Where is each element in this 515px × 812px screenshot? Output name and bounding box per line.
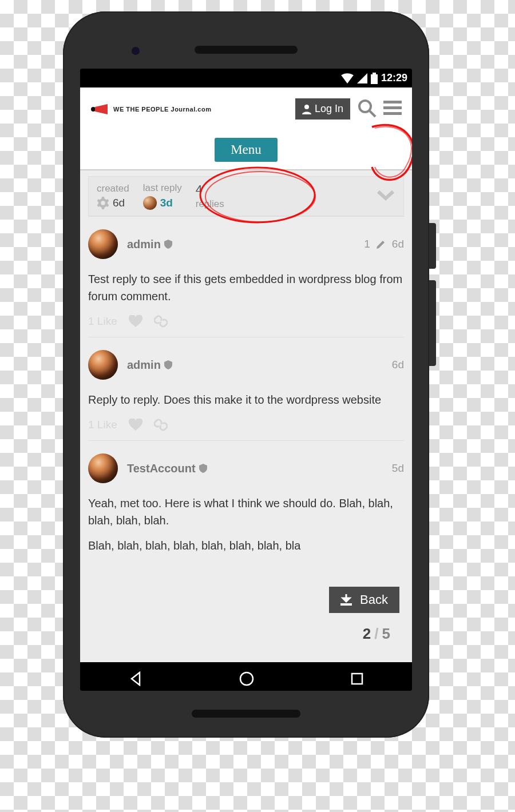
nav-home-icon[interactable]	[239, 671, 255, 689]
summary-created: created 6d	[97, 183, 129, 209]
login-label: Log In	[315, 103, 343, 115]
post-age: 6d	[392, 238, 404, 250]
login-button[interactable]: Log In	[295, 98, 350, 120]
post-username[interactable]: admin	[127, 238, 172, 251]
svg-rect-6	[383, 101, 402, 104]
post-actions: 1 Like	[88, 419, 404, 431]
user-icon	[302, 104, 311, 114]
post-actions: 1 Like	[88, 315, 404, 328]
post-username[interactable]: admin	[127, 359, 172, 372]
avatar[interactable]	[88, 350, 118, 380]
search-icon[interactable]	[357, 98, 377, 120]
nav-back-icon[interactable]	[128, 671, 143, 688]
svg-rect-1	[373, 73, 376, 74]
post-body: Test reply to see if this gets embedded …	[88, 270, 404, 305]
post-edit-count: 1	[364, 238, 370, 250]
hamburger-icon[interactable]	[383, 101, 402, 118]
svg-rect-8	[383, 112, 402, 115]
phone-side-button	[429, 223, 436, 269]
phone-screen: 12:29 WE THE PEOPLE Journal.com Log In	[80, 69, 412, 691]
post-meta: 5d	[392, 462, 404, 475]
post: TestAccount 5d Yeah, met too. Here is wh…	[88, 440, 404, 563]
post: admin 1 6d Test reply to see if this get…	[88, 216, 404, 337]
phone-mockup: 12:29 WE THE PEOPLE Journal.com Log In	[63, 11, 429, 738]
shield-icon	[199, 464, 207, 473]
menu-button[interactable]: Menu	[215, 138, 278, 162]
svg-point-4	[359, 101, 371, 112]
download-icon	[340, 594, 352, 606]
svg-rect-0	[371, 74, 378, 84]
topic-progress[interactable]: 2/5	[356, 623, 397, 645]
heart-icon[interactable]	[129, 419, 142, 431]
summary-last-reply: last reply 3d	[143, 182, 182, 210]
pager-total: 5	[382, 625, 390, 642]
android-nav-bar	[80, 662, 412, 691]
svg-rect-7	[383, 106, 402, 109]
site-logo[interactable]: WE THE PEOPLE Journal.com	[90, 103, 211, 116]
topic-content[interactable]: created 6d last reply 3d 4 replies	[80, 170, 412, 662]
svg-rect-11	[340, 603, 352, 606]
post-username[interactable]: TestAccount	[127, 462, 207, 475]
status-time: 12:29	[381, 72, 407, 84]
nav-recent-icon[interactable]	[350, 672, 364, 688]
post-body: Blah, blah, blah, blah, blah, blah, blah…	[88, 537, 404, 554]
post-like-count[interactable]: 1 Like	[88, 315, 117, 328]
logo-text: WE THE PEOPLE Journal.com	[113, 106, 211, 113]
summary-replies-label: replies	[196, 198, 224, 210]
battery-icon	[371, 73, 378, 84]
topic-summary[interactable]: created 6d last reply 3d 4 replies	[88, 176, 404, 216]
svg-point-3	[304, 105, 309, 109]
svg-rect-13	[352, 674, 362, 684]
shield-icon	[164, 240, 172, 249]
back-label: Back	[360, 592, 388, 607]
post: admin 6d Reply to reply. Does this make …	[88, 337, 404, 440]
pager-current: 2	[363, 625, 371, 642]
svg-line-5	[370, 111, 375, 117]
phone-side-button	[429, 280, 436, 366]
phone-camera	[132, 47, 140, 55]
link-icon[interactable]	[154, 315, 168, 328]
phone-speaker	[192, 710, 300, 718]
post-age: 5d	[392, 462, 404, 475]
wifi-icon	[341, 73, 354, 83]
post-body: Reply to reply. Does this make it to the…	[88, 391, 404, 408]
avatar[interactable]	[88, 229, 118, 259]
shield-icon	[164, 360, 172, 369]
avatar	[143, 196, 157, 210]
summary-replies: 4 replies	[196, 182, 224, 210]
svg-point-2	[91, 107, 96, 112]
summary-created-label: created	[97, 183, 129, 194]
link-icon[interactable]	[154, 419, 168, 431]
post-age: 6d	[392, 359, 404, 371]
summary-replies-count: 4	[196, 182, 203, 196]
post-meta: 1 6d	[364, 238, 404, 250]
phone-speaker	[195, 46, 298, 54]
chevron-down-icon[interactable]	[376, 188, 395, 204]
bullhorn-icon	[90, 103, 110, 116]
svg-point-12	[240, 672, 253, 685]
gear-icon	[97, 197, 109, 209]
pencil-icon[interactable]	[376, 239, 386, 249]
avatar[interactable]	[88, 453, 118, 483]
back-button[interactable]: Back	[329, 587, 399, 613]
summary-last-reply-label: last reply	[143, 182, 182, 194]
post-like-count[interactable]: 1 Like	[88, 419, 117, 431]
secondary-nav: Menu	[80, 130, 412, 170]
heart-icon[interactable]	[129, 315, 142, 328]
summary-created-value: 6d	[113, 197, 125, 209]
android-status-bar: 12:29	[80, 69, 412, 87]
post-body: Yeah, met too. Here is what I think we s…	[88, 495, 404, 529]
summary-last-reply-value: 3d	[160, 197, 173, 209]
app-header: WE THE PEOPLE Journal.com Log In	[80, 87, 412, 130]
signal-icon	[357, 73, 367, 83]
post-meta: 6d	[392, 359, 404, 371]
